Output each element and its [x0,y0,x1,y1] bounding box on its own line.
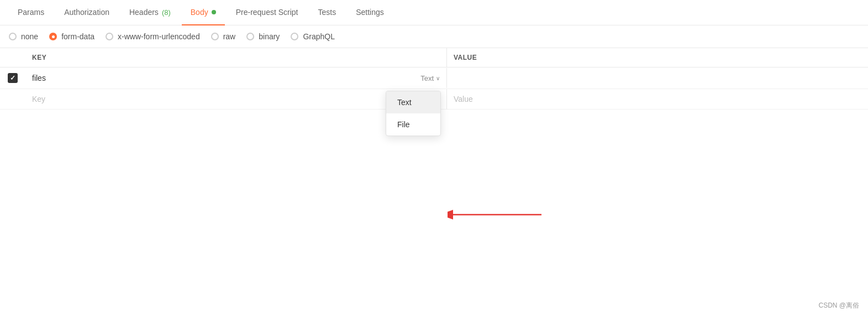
tab-tests[interactable]: Tests [309,0,345,25]
header-value-label: VALUE [454,54,477,61]
radio-none-label: none [21,32,38,41]
radio-urlencoded[interactable]: x-www-form-urlencoded [106,32,200,41]
row2-key-col[interactable]: Key [25,89,447,109]
dropdown-file-label: File [397,120,410,129]
tab-body-label: Body [191,8,208,17]
header-key-col: KEY [25,48,447,67]
row2-checkbox-col [0,93,25,105]
radio-raw-label: raw [223,32,236,41]
row2-key-placeholder: Key [32,95,45,103]
radio-none-circle [9,33,17,40]
chevron-down-icon: ∨ [436,75,440,81]
header-key-label: KEY [32,54,46,61]
radio-graphql[interactable]: GraphQL [291,32,335,41]
header-value-col: VALUE [447,48,868,67]
tab-settings[interactable]: Settings [347,0,393,25]
table-header: KEY VALUE [0,48,868,67]
body-type-bar: none form-data x-www-form-urlencoded raw… [0,25,868,48]
dropdown-item-file[interactable]: File [386,113,440,136]
dropdown-menu: Text File [386,91,441,136]
tab-bar: Params Authorization Headers (8) Body Pr… [0,0,868,25]
radio-raw[interactable]: raw [211,32,236,41]
tab-body[interactable]: Body [182,0,225,25]
tab-pre-request-label: Pre-request Script [236,8,298,17]
dropdown-text-label: Text [397,98,412,107]
tab-authorization[interactable]: Authorization [55,0,118,25]
radio-urlencoded-label: x-www-form-urlencoded [118,32,200,41]
radio-raw-circle [211,33,219,40]
tab-authorization-label: Authorization [64,8,109,17]
tab-headers-badge: (8) [162,8,171,17]
dropdown-item-text[interactable]: Text [386,91,440,113]
row1-key-text[interactable]: files [32,74,46,82]
tab-body-dot [212,10,216,14]
tab-tests-label: Tests [318,8,336,17]
row1-type-label: Text [420,74,434,82]
radio-binary-circle [246,33,254,40]
watermark-text: CSDN @离俗 [818,302,859,309]
radio-form-data[interactable]: form-data [49,32,94,41]
tab-params[interactable]: Params [9,0,53,25]
radio-form-data-label: form-data [61,32,94,41]
red-arrow-annotation [448,204,547,227]
tab-headers[interactable]: Headers (8) [120,0,180,25]
header-checkbox-col [0,48,25,67]
radio-graphql-circle [291,33,298,40]
tab-pre-request[interactable]: Pre-request Script [227,0,307,25]
tab-params-label: Params [18,8,44,17]
row2-value-placeholder: Value [454,95,473,103]
radio-none[interactable]: none [9,32,38,41]
watermark: CSDN @离俗 [818,301,859,310]
table-row: files Text ∨ Text File [0,67,868,89]
row1-checkbox[interactable] [8,73,18,83]
tab-headers-label: Headers [129,8,159,17]
radio-form-data-circle [49,33,57,40]
radio-urlencoded-circle [106,33,113,40]
row1-value-col[interactable] [447,72,868,84]
row1-type-selector[interactable]: Text ∨ [420,74,440,82]
row2-value-col[interactable]: Value [447,89,868,109]
row1-checkbox-col [0,67,25,89]
radio-graphql-label: GraphQL [303,32,335,41]
tab-settings-label: Settings [356,8,384,17]
radio-binary[interactable]: binary [246,32,280,41]
row1-key-col: files Text ∨ [25,68,447,88]
radio-binary-label: binary [259,32,280,41]
